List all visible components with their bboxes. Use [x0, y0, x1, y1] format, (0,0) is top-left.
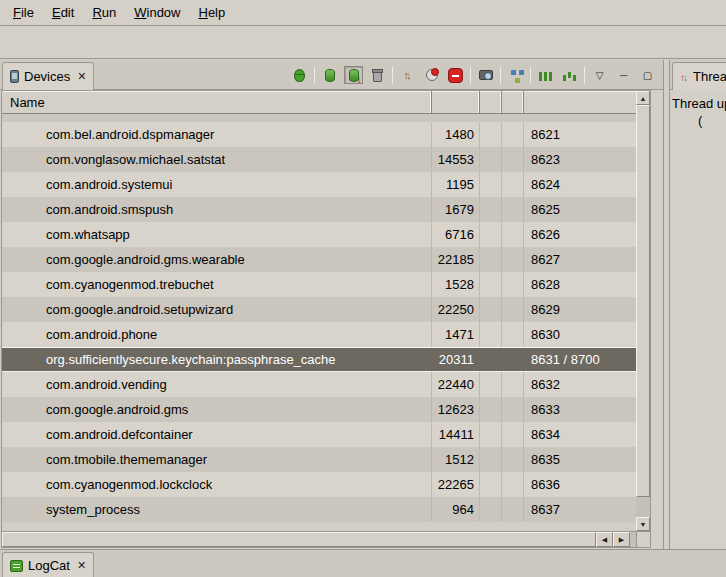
cell-port: 8635	[524, 447, 636, 472]
table-row[interactable]: com.android.smspush 1679 8625	[2, 197, 636, 222]
menu-window[interactable]: Window	[125, 1, 189, 24]
view-menu-chevron-icon[interactable]: ▽	[590, 66, 609, 84]
cell-pid: 14411	[432, 422, 480, 447]
horizontal-scrollbar-thumb[interactable]	[2, 532, 596, 547]
table-row[interactable]: org.sufficientlysecure.keychain:passphra…	[2, 347, 636, 372]
cell-pid: 12623	[432, 397, 480, 422]
cell-port: 8631 / 8700	[524, 348, 636, 371]
cell-pid: 1195	[432, 172, 480, 197]
cell-pid: 22440	[432, 372, 480, 397]
table-row[interactable]: com.bel.android.dspmanager 1480 8621	[2, 122, 636, 147]
table-row[interactable]: com.whatsapp 6716 8626	[2, 222, 636, 247]
table-row[interactable]: system_process 964 8637	[2, 497, 636, 522]
menu-edit[interactable]: Edit	[43, 1, 83, 24]
cell-empty-1	[480, 147, 502, 172]
maximize-icon[interactable]: ▢	[638, 66, 657, 84]
cell-empty-2	[502, 122, 524, 147]
toolbar-separator	[314, 67, 315, 84]
partial-row-strip	[2, 114, 636, 122]
cell-empty-1	[480, 397, 502, 422]
close-icon[interactable]: ✕	[77, 70, 86, 83]
threads-icon: ↑↓	[680, 69, 688, 84]
table-row[interactable]: com.android.defcontainer 14411 8634	[2, 422, 636, 447]
cell-name: com.tmobile.thememanager	[2, 447, 432, 472]
column-header-empty-2[interactable]	[502, 91, 524, 113]
device-process-table: Name com.bel.android.dspmanager 1480 862…	[1, 90, 651, 548]
minimize-icon[interactable]: ─	[614, 66, 633, 84]
column-header-name[interactable]: Name	[2, 91, 432, 113]
debug-process-icon[interactable]	[290, 66, 309, 84]
column-header-port[interactable]	[524, 91, 636, 113]
scroll-up-button[interactable]: ▲	[636, 91, 650, 105]
scroll-left-button[interactable]: ◀	[596, 532, 613, 547]
cell-pid: 22250	[432, 297, 480, 322]
cell-pid: 1471	[432, 322, 480, 347]
cell-pid: 20311	[432, 348, 480, 371]
cell-empty-1	[480, 422, 502, 447]
table-row[interactable]: com.cyanogenmod.trebuchet 1528 8628	[2, 272, 636, 297]
cell-pid: 1512	[432, 447, 480, 472]
tab-threads[interactable]: ↑↓ Threads	[672, 62, 726, 90]
stop-icon[interactable]	[446, 66, 465, 84]
menu-run[interactable]: Run	[83, 1, 125, 24]
menu-file[interactable]: File	[4, 1, 43, 24]
cell-pid: 1528	[432, 272, 480, 297]
cell-empty-1	[480, 272, 502, 297]
cell-name: com.android.vending	[2, 372, 432, 397]
cell-empty-1	[480, 322, 502, 347]
cell-empty-2	[502, 348, 524, 371]
table-header-row: Name	[2, 91, 636, 114]
horizontal-scrollbar[interactable]: ◀ ▶	[2, 531, 636, 547]
cell-pid: 964	[432, 497, 480, 522]
cell-empty-1	[480, 297, 502, 322]
screen-capture-icon[interactable]	[476, 66, 495, 84]
cell-empty-2	[502, 272, 524, 297]
table-row[interactable]: com.android.vending 22440 8632	[2, 372, 636, 397]
update-threads-icon[interactable]: ↑↓	[398, 66, 417, 84]
update-heap-icon[interactable]	[320, 66, 339, 84]
table-row[interactable]: com.android.phone 1471 8630	[2, 322, 636, 347]
bottom-tabbar: LogCat ✕	[0, 549, 726, 577]
scroll-down-button[interactable]: ▼	[636, 517, 650, 531]
cell-empty-2	[502, 472, 524, 497]
menu-help[interactable]: Help	[189, 1, 234, 24]
table-row[interactable]: com.tmobile.thememanager 1512 8635	[2, 447, 636, 472]
cell-empty-2	[502, 247, 524, 272]
column-header-empty-1[interactable]	[480, 91, 502, 113]
cell-empty-2	[502, 172, 524, 197]
scrollbar-corner	[636, 531, 650, 547]
cell-port: 8629	[524, 297, 636, 322]
vertical-scrollbar[interactable]: ▲ ▼	[636, 91, 650, 531]
network-stats-icon[interactable]	[536, 66, 555, 84]
cause-gc-icon[interactable]	[368, 66, 387, 84]
cell-name: com.google.android.gms.wearable	[2, 247, 432, 272]
close-icon[interactable]: ✕	[77, 559, 86, 572]
cell-pid: 14553	[432, 147, 480, 172]
threads-tabbar: ↑↓ Threads	[670, 60, 726, 90]
threads-message-line-1: Thread up	[672, 95, 724, 112]
cell-empty-1	[480, 197, 502, 222]
column-header-pid[interactable]	[432, 91, 480, 113]
tab-devices[interactable]: Devices ✕	[2, 62, 94, 90]
hierarchy-view-icon[interactable]	[506, 66, 525, 84]
tab-logcat[interactable]: LogCat ✕	[2, 552, 94, 577]
tracing-icon[interactable]	[560, 66, 579, 84]
method-profiling-icon[interactable]	[422, 66, 441, 84]
toolbar-separator	[470, 67, 471, 84]
table-row[interactable]: com.android.systemui 1195 8624	[2, 172, 636, 197]
vertical-scrollbar-thumb[interactable]	[636, 105, 650, 497]
dump-hprof-icon[interactable]: ↓	[344, 66, 363, 84]
scroll-right-button[interactable]: ▶	[613, 532, 630, 547]
cell-name: com.cyanogenmod.lockclock	[2, 472, 432, 497]
table-row[interactable]: com.google.android.gms 12623 8633	[2, 397, 636, 422]
cell-port: 8634	[524, 422, 636, 447]
cell-port: 8633	[524, 397, 636, 422]
cell-name: com.cyanogenmod.trebuchet	[2, 272, 432, 297]
table-row[interactable]: com.google.android.setupwizard 22250 862…	[2, 297, 636, 322]
cell-name: com.android.defcontainer	[2, 422, 432, 447]
logcat-icon	[10, 560, 23, 572]
table-row[interactable]: com.google.android.gms.wearable 22185 86…	[2, 247, 636, 272]
table-row[interactable]: com.vonglasow.michael.satstat 14553 8623	[2, 147, 636, 172]
cell-empty-1	[480, 447, 502, 472]
table-row[interactable]: com.cyanogenmod.lockclock 22265 8636	[2, 472, 636, 497]
